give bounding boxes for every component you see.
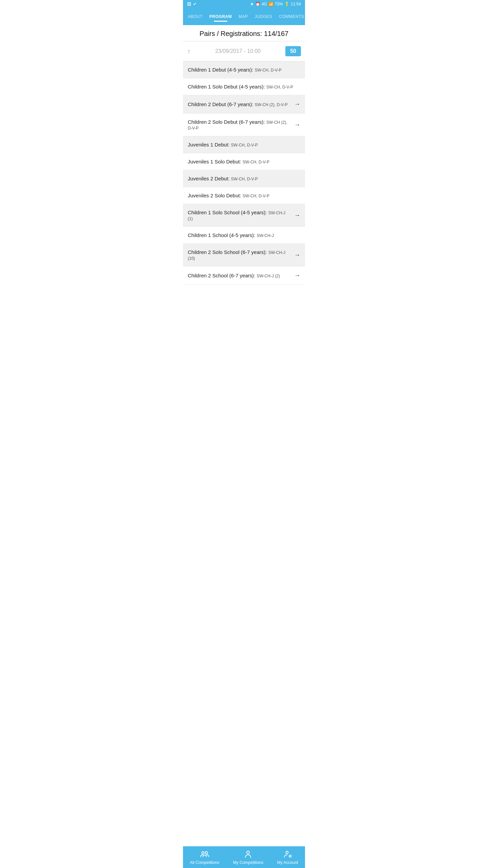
scroll-up-button[interactable]: ↑ xyxy=(187,47,190,55)
item-code: SW-CH, D-V-P xyxy=(266,85,293,90)
signal-icon: 📶 xyxy=(268,2,273,6)
list-item: Children 1 Solo Debut (4-5 years): SW-CH… xyxy=(183,78,305,95)
content-area: Pairs / Registrations: 114/167 ↑ 23/09/2… xyxy=(183,25,305,307)
tab-judges[interactable]: JUDGES xyxy=(251,12,276,22)
list-item: Juveniles 2 Debut: SW-CH, D-V-P xyxy=(183,170,305,187)
tab-map[interactable]: MAP xyxy=(235,12,251,22)
item-name: Children 2 Debut (6-7 years): xyxy=(188,101,255,107)
arrow-icon: → xyxy=(294,212,300,219)
network-label: 4G xyxy=(262,2,267,6)
list-item: Juveniles 1 Solo Debut: SW-CH, D-V-P xyxy=(183,153,305,170)
item-text: Children 1 Solo School (4-5 years): SW-C… xyxy=(188,210,291,221)
list-item[interactable]: Children 2 Solo Debut (6-7 years): SW-CH… xyxy=(183,114,305,136)
item-code: SW-CH, D-V-P xyxy=(243,194,269,198)
item-text: Children 2 School (6-7 years): SW-CH-J (… xyxy=(188,273,291,278)
item-code: SW-CH (2), D-V-P xyxy=(255,102,288,107)
item-code: SW-CH-J (2) xyxy=(257,274,280,278)
item-text: Children 2 Debut (6-7 years): SW-CH (2),… xyxy=(188,101,291,107)
list-item[interactable]: Children 2 Debut (6-7 years): SW-CH (2),… xyxy=(183,95,305,114)
alarm-icon: ⏰ xyxy=(255,2,260,6)
tab-bar: ABOUT PROGRAM MAP JUDGES COMMENTS xyxy=(183,8,305,25)
date-label: 23/09/2017 - 10:00 xyxy=(215,48,261,54)
item-text: Juveniles 1 Solo Debut: SW-CH, D-V-P xyxy=(188,159,300,164)
bluetooth-icon: ★ xyxy=(250,2,254,6)
arrow-icon: → xyxy=(294,272,300,279)
list-item: Children 1 Debut (4-5 years): SW-CH, D-V… xyxy=(183,61,305,78)
status-right-info: ★ ⏰ 4G 📶 73% 🔋 11:54 xyxy=(250,2,301,6)
item-text: Juveniles 1 Debut: SW-CH, D-V-P xyxy=(188,142,300,147)
list-item: Children 1 School (4-5 years): SW-CH-J xyxy=(183,227,305,244)
list-item: Juveniles 1 Debut: SW-CH, D-V-P xyxy=(183,136,305,153)
item-text: Children 1 Solo Debut (4-5 years): SW-CH… xyxy=(188,84,300,90)
status-bar: 🖼 ✔ ★ ⏰ 4G 📶 73% 🔋 11:54 xyxy=(183,0,305,8)
battery-label: 73% xyxy=(275,2,283,6)
item-code: SW-CH, D-V-P xyxy=(243,160,269,164)
list-item: Juveniles 2 Solo Debut: SW-CH, D-V-P xyxy=(183,187,305,204)
item-code: SW-CH, D-V-P xyxy=(255,68,282,73)
battery-icon: 🔋 xyxy=(284,2,289,6)
date-row: ↑ 23/09/2017 - 10:00 50 xyxy=(183,41,305,61)
arrow-icon: → xyxy=(294,101,300,108)
tab-about[interactable]: ABOUT xyxy=(184,12,206,22)
item-name: Juveniles 1 Debut: xyxy=(188,142,231,147)
item-name: Children 2 Solo Debut (6-7 years): xyxy=(188,119,266,125)
tab-comments[interactable]: COMMENTS xyxy=(276,12,305,22)
item-name: Children 1 Solo School (4-5 years): xyxy=(188,210,268,215)
item-code: SW-CH-J xyxy=(257,233,273,238)
status-left-icons: 🖼 ✔ xyxy=(187,2,197,6)
item-code: SW-CH, D-V-P xyxy=(231,143,258,147)
item-code: SW-CH, D-V-P xyxy=(231,177,258,181)
item-text: Children 1 School (4-5 years): SW-CH-J xyxy=(188,232,300,238)
item-text: Children 2 Solo Debut (6-7 years): SW-CH… xyxy=(188,119,291,131)
item-name: Children 1 School (4-5 years): xyxy=(188,232,257,238)
item-name: Children 2 Solo School (6-7 years): xyxy=(188,249,268,255)
list-item[interactable]: Children 2 School (6-7 years): SW-CH-J (… xyxy=(183,267,305,285)
item-name: Juveniles 2 Debut: xyxy=(188,176,231,181)
item-name: Juveniles 1 Solo Debut: xyxy=(188,159,243,164)
arrow-icon: → xyxy=(294,121,300,129)
image-icon: 🖼 xyxy=(187,2,191,6)
list-item[interactable]: Children 2 Solo School (6-7 years): SW-C… xyxy=(183,244,305,267)
item-name: Juveniles 2 Solo Debut: xyxy=(188,193,243,198)
item-text: Juveniles 2 Solo Debut: SW-CH, D-V-P xyxy=(188,193,300,198)
check-icon: ✔ xyxy=(193,2,197,6)
program-list: Children 1 Debut (4-5 years): SW-CH, D-V… xyxy=(183,61,305,285)
list-item[interactable]: Children 1 Solo School (4-5 years): SW-C… xyxy=(183,204,305,227)
item-text: Children 1 Debut (4-5 years): SW-CH, D-V… xyxy=(188,67,300,73)
tab-program[interactable]: PROGRAM xyxy=(206,12,235,22)
item-name: Children 1 Debut (4-5 years): xyxy=(188,67,255,73)
item-name: Children 1 Solo Debut (4-5 years): xyxy=(188,84,266,90)
count-badge: 50 xyxy=(285,46,301,56)
time-label: 11:54 xyxy=(291,2,301,6)
arrow-icon: → xyxy=(294,252,300,259)
item-text: Juveniles 2 Debut: SW-CH, D-V-P xyxy=(188,176,300,181)
item-name: Children 2 School (6-7 years): xyxy=(188,273,257,278)
item-text: Children 2 Solo School (6-7 years): SW-C… xyxy=(188,249,291,261)
pairs-header: Pairs / Registrations: 114/167 xyxy=(183,25,305,41)
